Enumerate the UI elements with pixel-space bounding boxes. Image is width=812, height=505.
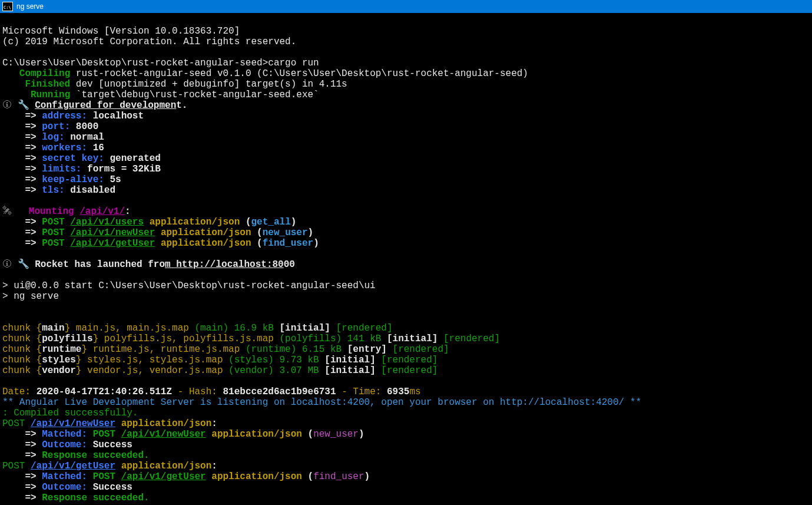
live-server: ** Angular Live Development Server is li… (2, 397, 641, 408)
os-version: Microsoft Windows [Version 10.0.18363.72… (2, 26, 240, 37)
mount-label: Mounting (29, 206, 74, 217)
hash-value: 81ebcce2d6ac1b9e6731 (223, 387, 336, 397)
window-titlebar: ng serve (0, 0, 812, 13)
box-glyph: 🛰 (2, 206, 23, 217)
config-block: => address: localhost => port: 8000 => l… (2, 111, 810, 196)
compiled-msg: : Compiled successfully. (2, 408, 138, 418)
run-rest: `target\debug\rust-rocket-angular-seed.e… (76, 90, 319, 100)
terminal-output[interactable]: Microsoft Windows [Version 10.0.18363.72… (0, 13, 812, 505)
launch-url: m http://localhost:80 (165, 259, 284, 270)
hash-label: Hash: (189, 387, 217, 397)
cfg-line: Configured for development. (35, 100, 187, 111)
command: cargo run (268, 58, 319, 68)
requests-block: POST /api/v1/newUser application/json: =… (2, 418, 810, 503)
run-label: Running (31, 90, 70, 100)
box-glyph: 🛈 🔧 (2, 259, 35, 270)
time-value: 6935 (387, 387, 409, 397)
time-label: Time: (353, 387, 381, 397)
mount-path: /api/v1/ (79, 206, 125, 217)
window-title: ng serve (16, 1, 44, 12)
finish-rest: dev [unoptimized + debuginfo] target(s) … (76, 79, 347, 90)
compile-pkg: rust-rocket-angular-seed v0.1.0 (C:\User… (76, 68, 528, 79)
box-glyph: 🛈 🔧 (2, 100, 35, 111)
date-value: 2020-04-17T21:40:26.511Z (37, 387, 172, 397)
compile-label: Compiling (19, 68, 70, 79)
routes-block: => POST /api/v1/users application/json (… (2, 217, 810, 249)
npm-line: > ng serve (2, 291, 59, 302)
launch-text: Rocket has launched fro (35, 259, 165, 270)
prompt: C:\Users\User\Desktop\rust-rocket-angula… (2, 58, 268, 68)
chunks-block: chunk {main} main.js, main.js.map (main)… (2, 323, 810, 376)
os-copyright: (c) 2019 Microsoft Corporation. All righ… (2, 37, 296, 47)
cmd-icon (2, 2, 13, 11)
npm-line: > ui@0.0.0 start C:\Users\User\Desktop\r… (2, 280, 376, 291)
finish-label: Finished (25, 79, 70, 90)
date-label: Date: (2, 387, 31, 397)
